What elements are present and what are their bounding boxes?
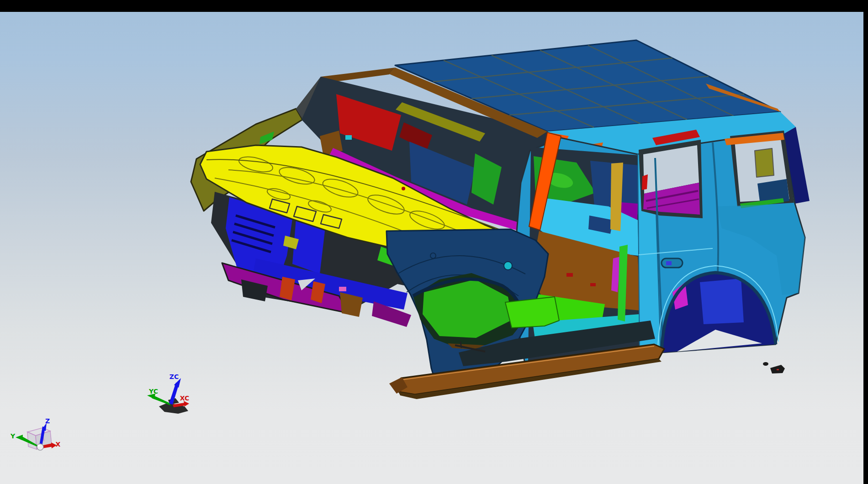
acs-y-arrowhead	[16, 435, 23, 440]
wcs-triad[interactable]: ZC YC XC	[147, 373, 189, 414]
model-viewport[interactable]: ZC YC XC Z Y X	[0, 0, 868, 484]
cowl-cyan-fleck	[345, 135, 352, 140]
fender-hole-teal	[504, 262, 512, 270]
acs-z-label: Z	[45, 417, 50, 425]
right-edge-bar	[863, 0, 868, 484]
debris-red-speck	[777, 369, 779, 370]
window-red-sliver	[642, 174, 648, 190]
car-body-model[interactable]	[191, 40, 810, 399]
cad-application-window: ZC YC XC Z Y X	[0, 0, 868, 484]
wcs-z-label: ZC	[169, 373, 179, 380]
hood-red-dot	[402, 187, 405, 190]
door-handle-recess[interactable]	[662, 258, 683, 268]
board-rod-tick	[460, 342, 461, 348]
floor-red-part	[566, 273, 573, 277]
wcs-y-label: YC	[148, 388, 158, 395]
wcs-x-label: XC	[180, 395, 190, 402]
acs-origin-sphere	[37, 444, 43, 450]
acs-origin-highlight	[38, 445, 40, 447]
acs-x-label: X	[56, 441, 61, 448]
acs-y-label: Y	[10, 432, 16, 440]
acs-triad: Z Y X	[10, 417, 61, 450]
rocker-green-member[interactable]	[505, 297, 559, 328]
clip-pink-fleck	[339, 287, 346, 291]
floor-red-part	[590, 283, 596, 286]
arch-blue-panel	[700, 279, 744, 324]
loose-debris-parts[interactable]	[763, 362, 785, 374]
quarter-bracket-olive	[755, 148, 774, 177]
rear-door-window[interactable]	[639, 140, 703, 218]
